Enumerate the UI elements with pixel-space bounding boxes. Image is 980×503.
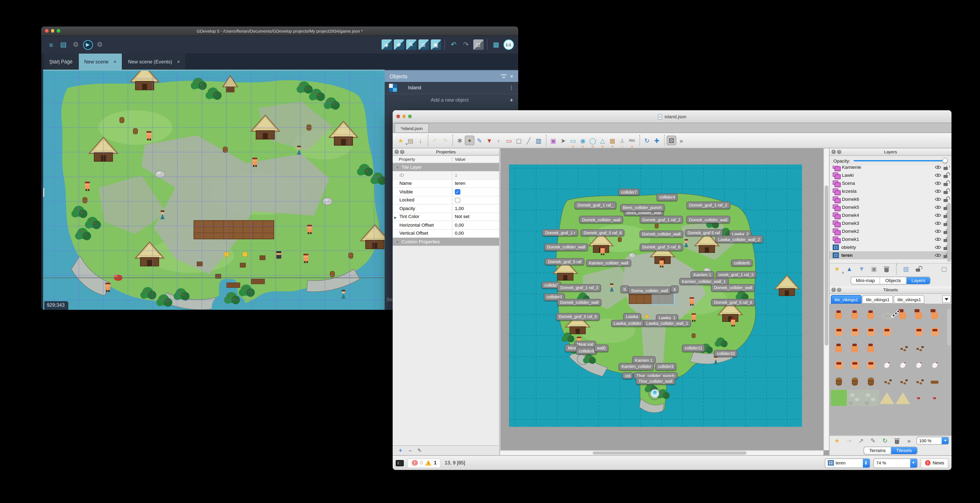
panel-close-icon[interactable]: × [832, 288, 835, 292]
tileset-cell[interactable] [863, 339, 879, 356]
tileset-grid[interactable] [830, 303, 951, 436]
insert-polygon-icon[interactable]: △ [598, 136, 608, 145]
redo-icon[interactable]: ↷ [440, 136, 450, 145]
open-file-icon[interactable]: ▤ [406, 136, 415, 145]
tileset-tab-tile-vikings1-2[interactable]: tile_vikings1 [894, 295, 924, 303]
property-row-visible[interactable]: Visible✓ [393, 188, 499, 196]
lock-icon[interactable] [943, 172, 948, 178]
tileset-cell[interactable] [879, 356, 895, 373]
new-layer-icon[interactable]: ★˅ [832, 264, 842, 274]
layer-row-obiekty[interactable]: obiekty [830, 243, 951, 251]
layer-row-domek5[interactable]: Domek5 [830, 203, 951, 211]
embed-tileset-icon[interactable]: ⇥ [844, 436, 854, 446]
visibility-eye-icon[interactable] [935, 228, 941, 234]
insert-template-icon[interactable]: ♟ [617, 136, 627, 145]
issues-badge[interactable]: ! 0 ! 1 [407, 458, 441, 468]
tileset-cell[interactable] [895, 373, 911, 389]
add-property-icon[interactable]: ＋ [398, 447, 403, 455]
dock-tab-objects[interactable]: Objects [880, 277, 906, 284]
property-value[interactable]: ✓ [452, 188, 499, 196]
slider-knob[interactable] [942, 158, 948, 163]
layer-row-domek2[interactable]: Domek2 [830, 227, 951, 235]
edit-polygons-icon[interactable]: ➤ [558, 136, 568, 145]
property-row-horizontal-offset[interactable]: Horizontal Offset0,00 [393, 221, 499, 230]
visibility-eye-icon[interactable] [935, 252, 941, 258]
tileset-cell[interactable] [911, 356, 927, 373]
canvas-scroll-handle[interactable] [43, 188, 44, 197]
tileset-cell[interactable] [847, 339, 863, 356]
export-tileset-icon[interactable]: ↗ [856, 436, 866, 446]
undo-icon[interactable]: ↶ [430, 136, 440, 145]
undo-icon[interactable]: ↶ [449, 40, 459, 50]
tileset-cell[interactable] [863, 356, 879, 373]
property-value[interactable]: 0,00 [452, 230, 499, 237]
bottom-tab-tilesets[interactable]: Tilesets [891, 447, 917, 454]
tileset-cell[interactable] [879, 306, 895, 323]
remove-property-icon[interactable]: − [409, 447, 412, 454]
tileset-cell[interactable] [895, 356, 911, 373]
rect-select-icon[interactable]: ▢ [514, 136, 524, 145]
object-list-item[interactable]: Island ⋮ [385, 82, 518, 94]
remove-tileset-icon[interactable] [892, 436, 902, 446]
lock-icon[interactable] [943, 188, 948, 194]
magic-wand-icon[interactable]: ╱ [524, 136, 534, 145]
tab-new-scene-events[interactable]: New scene (Events)× [123, 54, 185, 70]
property-value[interactable]: 0,00 [452, 221, 499, 229]
layer-row-teren[interactable]: teren [830, 251, 951, 259]
bucket-fill-icon[interactable]: ▼ [484, 136, 494, 145]
property-row-locked[interactable]: Locked [393, 196, 499, 205]
stamp-variations-icon[interactable]: ✱˅ [455, 136, 465, 145]
delete-selection-icon[interactable]: ⊟ [473, 40, 484, 50]
insert-tile-icon[interactable]: ▦ [608, 136, 617, 145]
remove-layer-icon[interactable] [881, 264, 891, 274]
tileset-cell[interactable] [847, 373, 863, 389]
tileset-cell[interactable] [895, 323, 911, 339]
visibility-eye-icon[interactable] [935, 166, 941, 170]
add-object-icon[interactable]: ◈ [381, 40, 392, 50]
new-file-icon[interactable]: ★˅ [396, 136, 406, 145]
close-icon[interactable]: × [113, 59, 116, 64]
tileset-cell[interactable] [895, 389, 911, 406]
tileset-cell[interactable] [863, 389, 879, 406]
layer-row-scena[interactable]: Scena [830, 179, 951, 187]
panel-float-icon[interactable]: ❒ [837, 288, 841, 292]
property-value[interactable]: 1 [452, 171, 499, 179]
object-groups-icon[interactable]: ❖ [394, 40, 404, 50]
map-horizontal-scrollbar[interactable] [500, 450, 824, 455]
property-row-tint-color[interactable]: ▶Tint ColorNot set [393, 213, 499, 221]
tileset-cell[interactable] [831, 373, 847, 389]
tileset-cell[interactable] [847, 356, 863, 373]
visibility-eye-icon[interactable] [935, 244, 941, 250]
minimize-window-icon[interactable] [402, 115, 406, 118]
tileset-cell[interactable] [831, 323, 847, 339]
layer-row-kamienie[interactable]: Kamienie [830, 166, 951, 171]
tileset-cell[interactable] [847, 306, 863, 323]
dock-tab-layers[interactable]: Layers [906, 277, 931, 284]
stamp-brush-icon[interactable]: ✦ [465, 136, 474, 145]
checkbox-checked[interactable]: ✓ [455, 189, 460, 195]
property-value[interactable]: 1,00 [452, 204, 499, 212]
zoom-select[interactable]: 74 % [873, 458, 918, 468]
opacity-slider[interactable] [853, 158, 948, 164]
tileset-tabs-chevron-icon[interactable] [942, 295, 951, 303]
property-value[interactable] [452, 196, 499, 204]
visibility-eye-icon[interactable] [935, 172, 941, 178]
tileset-cell[interactable] [911, 306, 927, 323]
raise-layer-icon[interactable]: ▲ [845, 264, 854, 274]
layer-row-krzesla[interactable]: krzesla [830, 187, 951, 195]
lock-icon[interactable] [943, 166, 948, 170]
close-window-icon[interactable] [396, 115, 400, 118]
rotate-icon[interactable]: ↻ [642, 136, 652, 145]
tileset-cell[interactable] [847, 389, 863, 406]
layer-row-domek1[interactable]: Domek1 [830, 235, 951, 243]
map-canvas[interactable]: collider7collider4Domek_graf_1 raf_Bees_… [500, 149, 829, 455]
tileset-cell[interactable] [863, 373, 879, 389]
visibility-eye-icon[interactable] [935, 220, 941, 226]
lock-icon[interactable] [943, 180, 948, 186]
tileset-cell[interactable] [911, 339, 927, 356]
checkbox-unchecked[interactable] [455, 198, 460, 203]
insert-ellipse-icon[interactable]: ◯ [588, 136, 598, 145]
property-row-vertical-offset[interactable]: Vertical Offset0,00 [393, 230, 499, 238]
tileset-cell[interactable] [831, 339, 847, 356]
tileset-scrollbar[interactable] [947, 308, 951, 345]
